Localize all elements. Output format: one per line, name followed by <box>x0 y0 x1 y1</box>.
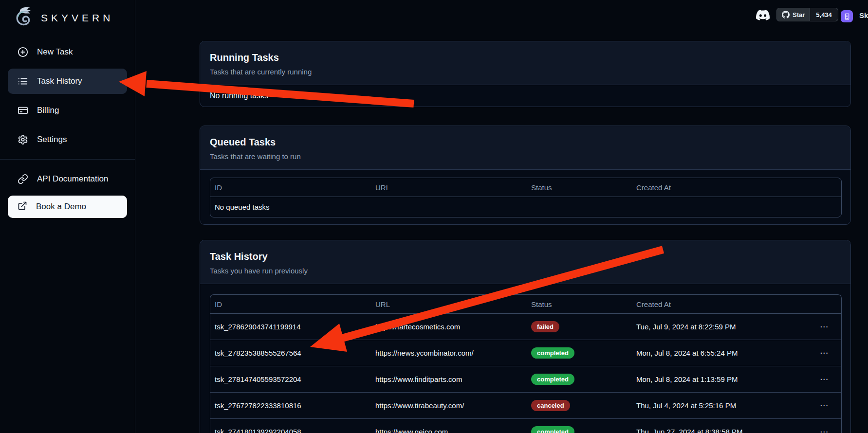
task-created-at-cell: Tue, Jul 9, 2024 at 8:22:59 PM <box>632 323 807 331</box>
task-created-at-cell: Thu, Jul 4, 2024 at 5:25:16 PM <box>632 401 807 410</box>
task-history-card: Task History Tasks you have run previous… <box>200 240 851 433</box>
book-a-demo-button[interactable]: Book a Demo <box>8 196 127 218</box>
task-url-cell: https://www.geico.com <box>371 428 527 433</box>
queued-table-header-row: ID URL Status Created At <box>210 178 841 197</box>
task-id-cell: tsk_278235388555267564 <box>210 349 371 357</box>
sidebar-item-task-history[interactable]: Task History <box>8 69 127 94</box>
plus-circle-icon <box>18 47 28 57</box>
column-header-id: ID <box>210 300 371 308</box>
history-table-body: tsk_278629043741199914 https://tartecosm… <box>210 314 841 433</box>
task-url-cell: https://www.tirabeauty.com/ <box>371 401 527 410</box>
status-badge: failed <box>531 321 559 332</box>
queued-tasks-card: Queued Tasks Tasks that are waiting to r… <box>200 126 851 225</box>
sidebar-item-label: Billing <box>37 106 59 115</box>
task-id-cell: tsk_274180139292204058 <box>210 428 371 433</box>
skyvern-dragon-icon <box>13 5 36 31</box>
card-subtitle: Tasks you have run previously <box>210 266 841 276</box>
sidebar-item-label: Settings <box>37 135 67 144</box>
topbar: Star 5,434 Sk <box>135 0 868 30</box>
task-history-row[interactable]: tsk_278147405593572204 https://www.findi… <box>210 366 841 393</box>
column-header-url: URL <box>371 183 527 192</box>
brand-name: SKYVERN <box>41 12 113 24</box>
gear-icon <box>18 134 28 145</box>
card-subtitle: Tasks that are currently running <box>210 67 841 77</box>
row-actions-ellipsis-icon[interactable]: ⋯ <box>807 375 841 383</box>
sidebar-divider <box>0 159 135 160</box>
status-badge: canceled <box>531 400 570 411</box>
sidebar: SKYVERN New Task Task History Billing <box>0 0 135 433</box>
cta-label: Book a Demo <box>36 202 86 212</box>
status-badge: completed <box>531 426 574 433</box>
github-icon <box>782 11 790 18</box>
task-status-cell: completed <box>527 374 632 385</box>
running-tasks-empty-state: No running tasks <box>200 85 850 107</box>
organization-icon <box>843 13 851 20</box>
running-tasks-header: Running Tasks Tasks that are currently r… <box>200 41 850 85</box>
task-created-at-cell: Mon, Jul 8, 2024 at 1:13:59 PM <box>632 375 807 383</box>
row-actions-ellipsis-icon[interactable]: ⋯ <box>807 401 841 410</box>
user-name-label: Sk <box>859 11 868 19</box>
sidebar-item-label: API Documentation <box>37 174 108 184</box>
github-star-button[interactable]: Star <box>776 8 810 21</box>
row-actions-ellipsis-icon[interactable]: ⋯ <box>807 323 841 331</box>
task-url-cell: https://www.finditparts.com <box>371 375 527 383</box>
column-header-id: ID <box>210 183 371 192</box>
status-badge: completed <box>531 374 574 385</box>
skyvern-app: { "brand": { "name": "SKYVERN" }, "sideb… <box>0 0 868 433</box>
column-header-created-at: Created At <box>632 183 807 192</box>
column-header-status: Status <box>527 183 632 192</box>
external-link-icon <box>18 201 27 213</box>
card-title: Running Tasks <box>210 51 841 64</box>
status-badge: completed <box>531 347 574 359</box>
user-avatar[interactable] <box>841 10 853 22</box>
column-header-url: URL <box>371 300 527 308</box>
discord-icon[interactable] <box>756 8 770 22</box>
task-history-table: ID URL Status Created At tsk_27862904374… <box>210 294 842 433</box>
list-icon <box>18 76 28 87</box>
task-created-at-cell: Thu, Jun 27, 2024 at 8:38:58 PM <box>632 428 807 433</box>
sidebar-nav: New Task Task History Billing Settings <box>0 39 135 218</box>
card-subtitle: Tasks that are waiting to run <box>210 152 841 162</box>
card-title: Task History <box>210 250 841 263</box>
task-history-row[interactable]: tsk_274180139292204058 https://www.geico… <box>210 419 841 433</box>
github-star-count[interactable]: 5,434 <box>810 8 838 21</box>
task-id-cell: tsk_276727822333810816 <box>210 401 371 410</box>
running-tasks-card: Running Tasks Tasks that are currently r… <box>200 41 851 107</box>
task-history-row[interactable]: tsk_278629043741199914 https://tartecosm… <box>210 314 841 340</box>
task-status-cell: completed <box>527 347 632 359</box>
task-history-row[interactable]: tsk_278235388555267564 https://news.ycom… <box>210 340 841 366</box>
credit-card-icon <box>18 105 28 116</box>
task-status-cell: completed <box>527 426 632 433</box>
queued-tasks-header: Queued Tasks Tasks that are waiting to r… <box>200 126 850 170</box>
task-id-cell: tsk_278629043741199914 <box>210 323 371 331</box>
queued-tasks-table: ID URL Status Created At No queued tasks <box>210 178 842 217</box>
brand-logo[interactable]: SKYVERN <box>0 0 135 33</box>
sidebar-item-new-task[interactable]: New Task <box>8 39 127 65</box>
queued-tasks-empty-state: No queued tasks <box>210 197 841 217</box>
task-id-cell: tsk_278147405593572204 <box>210 375 371 383</box>
task-status-cell: failed <box>527 321 632 332</box>
task-history-row[interactable]: tsk_276727822333810816 https://www.tirab… <box>210 393 841 419</box>
sidebar-item-settings[interactable]: Settings <box>8 127 127 152</box>
sidebar-item-label: New Task <box>37 47 73 57</box>
task-url-cell: https://news.ycombinator.com/ <box>371 349 527 357</box>
task-created-at-cell: Mon, Jul 8, 2024 at 6:55:24 PM <box>632 349 807 357</box>
card-title: Queued Tasks <box>210 136 841 148</box>
column-header-status: Status <box>527 300 632 308</box>
history-table-header-row: ID URL Status Created At <box>210 295 841 314</box>
row-actions-ellipsis-icon[interactable]: ⋯ <box>807 428 841 433</box>
link-icon <box>18 174 28 184</box>
row-actions-ellipsis-icon[interactable]: ⋯ <box>807 349 841 357</box>
task-url-cell: https://tartecosmetics.com <box>371 323 527 331</box>
sidebar-item-label: Task History <box>37 76 82 86</box>
column-header-created-at: Created At <box>632 300 807 308</box>
github-star-widget[interactable]: Star 5,434 <box>776 8 838 21</box>
task-history-header: Task History Tasks you have run previous… <box>200 240 850 284</box>
github-star-label: Star <box>793 11 805 18</box>
sidebar-item-api-documentation[interactable]: API Documentation <box>8 166 127 192</box>
sidebar-item-billing[interactable]: Billing <box>8 98 127 123</box>
task-status-cell: canceled <box>527 400 632 411</box>
